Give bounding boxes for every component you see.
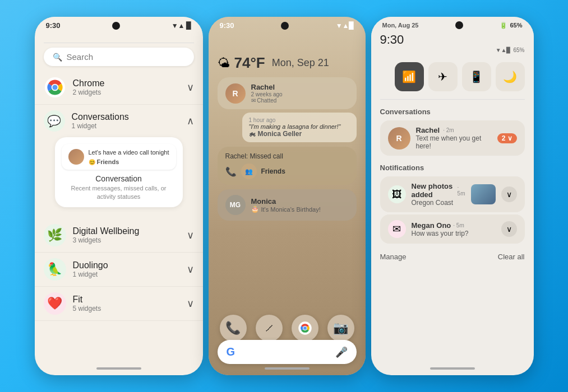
night-icon: 🌙 bbox=[503, 70, 517, 83]
chat-avatar bbox=[68, 149, 84, 165]
conversations-count: 1 widget bbox=[72, 122, 129, 130]
battery-percent: 65% bbox=[510, 22, 522, 29]
rachel-avatar: R bbox=[225, 83, 246, 104]
battery-indicator: 65% bbox=[513, 47, 524, 53]
category-duolingo: 🦜 Duolingo 1 widget ∨ bbox=[35, 253, 203, 287]
rachel-bubble[interactable]: R Rachel 2 weeks ago ✉ Chatted bbox=[218, 77, 357, 109]
notifications-section-title: Notifications bbox=[371, 158, 534, 174]
weather-icon: 🌤 bbox=[218, 56, 230, 71]
weather-widget: 🌤 74°F Mon, Sep 21 bbox=[218, 54, 357, 72]
status-bar-1: 9:30 ▼▲ ▉ bbox=[35, 17, 203, 32]
dock-clock[interactable]: ⟋ bbox=[256, 315, 283, 342]
monica-bubble[interactable]: MG Monica 🎂 It's Monica's Birthday! bbox=[218, 189, 357, 221]
weather-date: Mon, Sep 21 bbox=[272, 57, 329, 69]
monica-name: Monica bbox=[251, 197, 321, 206]
rachel-notif-card[interactable]: R Rachel · 2m Text me when you get here!… bbox=[380, 120, 525, 156]
msg-sender: 🏍 Monica Geller bbox=[249, 130, 350, 138]
photos-notif[interactable]: 🖼 New photos added · 5m Oregon Coast ∨ bbox=[380, 176, 525, 212]
photos-subtitle: Oregon Coast bbox=[412, 199, 465, 207]
conversations-widget-preview: Let's have a video call tonight 😊 Friend… bbox=[55, 137, 183, 207]
signal-bars: ▼▲▉ bbox=[496, 47, 511, 53]
mic-icon[interactable]: 🎤 bbox=[335, 346, 348, 358]
divider-1 bbox=[380, 99, 525, 100]
msg-time: 1 hour ago bbox=[249, 117, 350, 123]
gmail-expand[interactable]: ∨ bbox=[501, 221, 517, 237]
conversations-category-header[interactable]: 💬 Conversations 1 widget ∧ bbox=[44, 110, 194, 132]
photos-time: · 5m bbox=[458, 184, 465, 197]
photos-header: New photos added · 5m bbox=[412, 182, 465, 199]
chat-bubble-text: Let's have a video call tonight 😊 Friend… bbox=[89, 148, 169, 165]
dw-category-header[interactable]: 🌿 Digital Wellbeing 3 widgets ∨ bbox=[44, 224, 194, 246]
photos-thumbnail bbox=[471, 184, 496, 204]
fit-category-header[interactable]: ❤️ Fit 5 widgets ∨ bbox=[44, 292, 194, 315]
widget-desc: Recent messages, missed calls, or activi… bbox=[62, 184, 176, 200]
photos-icon: 🖼 bbox=[388, 185, 406, 203]
rachel-bubble-inner: R Rachel 2 weeks ago ✉ Chatted bbox=[225, 83, 349, 104]
search-icon: 🔍 bbox=[53, 53, 62, 62]
svg-point-6 bbox=[303, 326, 307, 330]
missed-call-bubble[interactable]: Rachel: Missed call 📞 👥 Friends bbox=[218, 147, 357, 185]
chrome-category-left: Chrome 2 widgets bbox=[44, 76, 105, 99]
rachel-info: Rachel 2 weeks ago ✉ Chatted bbox=[251, 83, 283, 104]
dw-left: 🌿 Digital Wellbeing 3 widgets bbox=[44, 224, 140, 246]
phone-icon: 📱 bbox=[469, 70, 483, 83]
bottom-handle-2 bbox=[265, 367, 310, 370]
fit-info: Fit 5 widgets bbox=[73, 295, 101, 312]
monica-avatar: MG bbox=[225, 195, 246, 215]
notification-footer: Manage Clear all bbox=[371, 246, 534, 265]
header-status: 🔋 65% bbox=[500, 22, 522, 29]
search-placeholder: Search bbox=[67, 52, 94, 62]
duolingo-category-header[interactable]: 🦜 Duolingo 1 widget ∨ bbox=[44, 258, 194, 281]
dw-chevron[interactable]: ∨ bbox=[187, 229, 194, 241]
status-bar-2: 9:30 ▼▲▉ bbox=[209, 17, 366, 32]
chrome-name: Chrome bbox=[73, 78, 105, 88]
dock-camera[interactable]: 📷 bbox=[327, 315, 354, 342]
google-search-bar[interactable]: G 🎤 bbox=[218, 340, 357, 364]
rachel-notif-header: Rachel · 2m bbox=[416, 126, 492, 134]
camera-notch-2 bbox=[281, 22, 289, 30]
friends-avatar: 👥 bbox=[241, 164, 257, 179]
gmail-text: How was your trip? bbox=[412, 230, 496, 237]
status-bar-3: Mon, Aug 25 🔋 65% bbox=[371, 17, 534, 31]
chrome-info: Chrome 2 widgets bbox=[73, 78, 105, 96]
camera-notch-1 bbox=[112, 22, 120, 30]
chrome-chevron[interactable]: ∨ bbox=[187, 81, 194, 94]
time-1: 9:30 bbox=[46, 21, 61, 30]
photos-expand[interactable]: ∨ bbox=[501, 186, 517, 202]
google-g: G bbox=[227, 346, 235, 358]
photos-title: New photos added bbox=[412, 182, 455, 199]
category-fit: ❤️ Fit 5 widgets ∨ bbox=[35, 287, 203, 321]
header-date: Mon, Aug 25 bbox=[382, 22, 419, 29]
search-bar[interactable]: 🔍 Search bbox=[44, 48, 194, 66]
duolingo-info: Duolingo 1 widget bbox=[73, 260, 108, 278]
chrome-category-header[interactable]: Chrome 2 widgets ∨ bbox=[44, 76, 194, 99]
bottom-handle-1 bbox=[96, 367, 141, 370]
chat-group: 😊 Friends bbox=[89, 158, 169, 165]
qs-phone[interactable]: 📱 bbox=[462, 62, 491, 91]
phone3-subheader: 9:30 ▼▲▉ 65% bbox=[371, 31, 534, 58]
duolingo-count: 1 widget bbox=[73, 270, 108, 278]
message-bubble: 1 hour ago "I'm making a lasagna for din… bbox=[242, 113, 357, 142]
chat-bubble: Let's have a video call tonight 😊 Friend… bbox=[62, 144, 176, 170]
duolingo-chevron[interactable]: ∨ bbox=[187, 263, 194, 276]
qs-wifi[interactable]: 📶 bbox=[395, 62, 424, 91]
time-2: 9:30 bbox=[220, 21, 234, 30]
clear-all-link[interactable]: Clear all bbox=[498, 253, 525, 261]
dock-chrome[interactable] bbox=[292, 315, 318, 342]
signal-icon-2: ▼▲▉ bbox=[336, 22, 354, 30]
weather-temp: 74°F bbox=[234, 54, 265, 72]
qs-night[interactable]: 🌙 bbox=[496, 62, 525, 91]
msg-text: "I'm making a lasagna for dinner!" bbox=[249, 123, 350, 130]
qs-airplane[interactable]: ✈ bbox=[428, 62, 458, 91]
photos-notif-content: New photos added · 5m Oregon Coast bbox=[412, 182, 465, 207]
dock-phone[interactable]: 📞 bbox=[220, 315, 247, 342]
battery-icon-1: ▉ bbox=[186, 22, 191, 30]
gmail-header: Megan Ono · 5m bbox=[412, 221, 496, 230]
conversations-chevron[interactable]: ∧ bbox=[187, 115, 194, 127]
rachel-notif-avatar: R bbox=[388, 127, 410, 150]
status-icons-2: ▼▲▉ bbox=[336, 22, 354, 30]
fit-chevron[interactable]: ∨ bbox=[187, 297, 194, 310]
manage-link[interactable]: Manage bbox=[380, 253, 407, 261]
monica-info: Monica 🎂 It's Monica's Birthday! bbox=[251, 197, 321, 213]
gmail-notif[interactable]: ✉ Megan Ono · 5m How was your trip? ∨ bbox=[380, 214, 525, 244]
